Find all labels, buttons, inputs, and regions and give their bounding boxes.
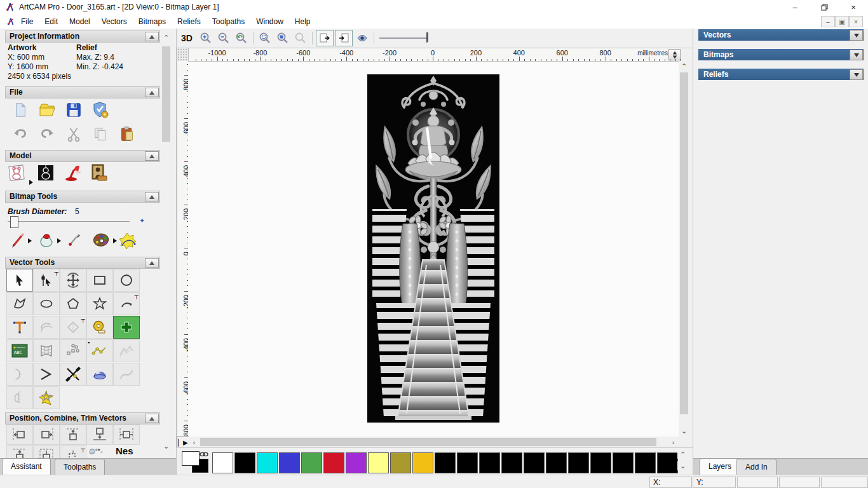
scroll-up-icon[interactable]: ⌃ [679, 61, 689, 72]
menu-help[interactable]: Help [289, 15, 316, 28]
create-circle-button[interactable] [113, 269, 140, 292]
door-relief-artwork[interactable] [367, 74, 499, 423]
paste-along-curve-button[interactable]: ┬ [60, 445, 86, 459]
align-right-button[interactable] [33, 424, 60, 445]
scroll-down-icon[interactable]: ⌄ [161, 441, 172, 452]
create-dimension-button[interactable]: ┬ [60, 316, 86, 339]
scroll-left-icon[interactable]: ‹ [189, 437, 200, 447]
section-header-bitmap-tools[interactable]: Bitmap Tools [5, 191, 160, 203]
zoom-fit-button[interactable] [275, 30, 291, 46]
flood-fill-icon[interactable] [37, 231, 56, 250]
scrollbar-thumb[interactable] [200, 438, 656, 446]
node-editing-button[interactable]: ┬ [33, 269, 60, 292]
pick-colour-icon[interactable] [65, 231, 84, 250]
palette-swatch[interactable] [279, 452, 300, 473]
collapse-button[interactable] [145, 258, 159, 268]
copy-icon[interactable] [91, 125, 110, 144]
zoom-object-button[interactable] [257, 30, 273, 46]
scatter-copies-icon[interactable]: ۞°*∘ [89, 448, 103, 456]
undo-icon[interactable] [11, 125, 30, 144]
mdi-close-button[interactable]: × [849, 16, 863, 27]
vector-doctor-button[interactable] [113, 316, 140, 339]
palette-swatch[interactable] [524, 452, 545, 473]
palette-scroll-up-icon[interactable]: ⌃ [677, 450, 688, 459]
redo-icon[interactable] [37, 125, 57, 144]
lighting-icon[interactable] [63, 163, 82, 182]
zoom-slider-handle[interactable] [426, 32, 428, 43]
scroll-up-icon[interactable]: ⌃ [161, 32, 172, 43]
reliefs-header[interactable]: Reliefs [698, 69, 864, 80]
mirror-vectors-button[interactable] [6, 386, 33, 409]
palette-swatch[interactable] [613, 452, 634, 473]
block-paste-button[interactable] [60, 339, 86, 362]
snap-grid-toggle-button[interactable] [316, 30, 334, 46]
palette-swatch[interactable] [635, 452, 656, 473]
zoom-selection-button[interactable] [292, 30, 309, 46]
tab-toolpaths[interactable]: Toolpaths [55, 459, 105, 475]
dropdown-button[interactable] [850, 30, 863, 41]
trim-vectors-button[interactable] [60, 363, 86, 386]
palette-swatch[interactable] [346, 452, 367, 473]
create-rectangle-button[interactable] [86, 269, 113, 292]
collapse-button[interactable] [145, 88, 159, 97]
minimize-button[interactable]: – [780, 0, 810, 14]
colour-indicator[interactable] [182, 451, 210, 473]
tab-assistant[interactable]: Assistant [2, 458, 51, 475]
restore-button[interactable] [810, 0, 839, 14]
collapse-button[interactable] [145, 32, 159, 41]
paint-brush-icon[interactable] [9, 231, 28, 250]
create-ellipse-button[interactable] [33, 292, 60, 315]
canvas-2d-view[interactable] [188, 61, 679, 437]
palette-scroll-down-icon[interactable]: ⌄ [677, 461, 688, 470]
zoom-previous-button[interactable] [233, 30, 250, 46]
brush-slider-track[interactable] [8, 221, 130, 222]
canvas-vertical-scrollbar[interactable]: ⌃ ⌄ [679, 61, 689, 437]
palette-swatch[interactable] [412, 452, 433, 473]
envelope-distortion-button[interactable] [33, 339, 60, 362]
menu-reliefs[interactable]: Reliefs [172, 15, 207, 28]
palette-swatch[interactable] [568, 452, 589, 473]
palette-swatch[interactable] [590, 452, 611, 473]
create-text-button[interactable] [6, 316, 33, 339]
align-centre-button[interactable] [113, 424, 140, 445]
bitmaps-header[interactable]: Bitmaps [698, 49, 864, 60]
create-polygon-button[interactable] [60, 292, 86, 315]
new-model-icon[interactable] [11, 100, 30, 119]
transform-vectors-button[interactable] [60, 269, 86, 292]
measure-tool-button[interactable] [86, 316, 113, 339]
section-header-model[interactable]: Model [5, 150, 160, 162]
zoom-out-button[interactable] [215, 30, 232, 46]
menu-model[interactable]: Model [64, 15, 96, 28]
flyout-arrow[interactable] [28, 238, 32, 243]
close-button[interactable]: × [839, 0, 868, 14]
tab-layers[interactable]: Layers [700, 458, 740, 475]
create-star-button[interactable] [86, 292, 113, 315]
tab-add-in[interactable]: Add In [736, 459, 776, 475]
align-bottom-button[interactable] [86, 424, 113, 445]
align-left-button[interactable] [6, 424, 33, 445]
dropdown-button[interactable] [850, 69, 863, 80]
centre-in-page-y-button[interactable] [33, 445, 60, 459]
unwrap-vectors-button[interactable] [113, 339, 140, 362]
create-arc-button[interactable]: ┬ [113, 292, 140, 315]
collapse-button[interactable] [145, 192, 159, 201]
scroll-down-icon[interactable]: ⌄ [679, 426, 689, 437]
fit-arcs-button[interactable] [6, 363, 33, 386]
paste-icon[interactable] [118, 125, 137, 144]
section-header-file[interactable]: File [5, 86, 160, 98]
scrollbar-thumb[interactable] [680, 72, 688, 414]
brush-slider-handle[interactable] [10, 216, 18, 228]
set-model-size-icon[interactable] [8, 163, 27, 182]
select-vectors-button[interactable] [6, 269, 33, 292]
fit-polyline-button[interactable]: ▪ [86, 339, 113, 362]
mdi-minimize-button[interactable]: – [821, 16, 835, 27]
primary-colour-swatch[interactable] [182, 451, 200, 466]
palette-swatch[interactable] [435, 452, 456, 473]
collapse-button[interactable] [145, 151, 159, 161]
palette-swatch[interactable] [546, 452, 567, 473]
menu-bitmaps[interactable]: Bitmaps [133, 15, 172, 28]
menu-toolpaths[interactable]: Toolpaths [207, 15, 250, 28]
open-file-icon[interactable] [37, 100, 57, 119]
palette-swatch[interactable] [479, 452, 500, 473]
menu-vectors[interactable]: Vectors [96, 15, 133, 28]
